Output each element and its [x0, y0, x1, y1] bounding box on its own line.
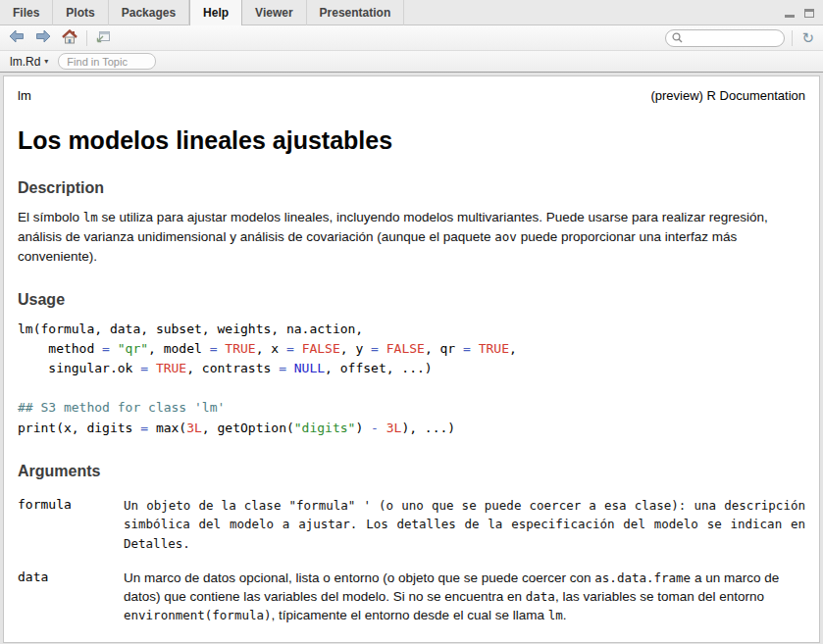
find-in-topic-input[interactable]: [58, 53, 156, 70]
arguments-table: formulaUn objeto de la clase "formula" '…: [18, 496, 805, 643]
description-paragraph: El símbolo lm se utiliza para ajustar mo…: [18, 208, 805, 267]
back-button[interactable]: [7, 27, 26, 48]
refresh-button[interactable]: ↻: [799, 28, 816, 47]
toolbar-separator: [792, 30, 793, 46]
argument-description: Un objeto de la clase "formula" ' (o uno…: [124, 496, 805, 553]
pane-tab-files[interactable]: Files: [0, 0, 53, 25]
usage-code-line: lm(formula, data, subset, weights, na.ac…: [18, 320, 805, 339]
help-search-box: [665, 29, 785, 47]
inline-code: aov: [494, 229, 517, 244]
argument-name: subset: [18, 640, 120, 643]
inline-code: "formula": [289, 498, 356, 513]
page-title: Los modelos lineales ajustables: [18, 126, 805, 155]
help-document: lm (preview) R Documentation Los modelos…: [3, 75, 820, 643]
home-button[interactable]: [60, 27, 79, 49]
argument-description: Un marco de datos opcional, lista o ento…: [124, 569, 805, 624]
pane-tabs: FilesPlotsPackagesHelpViewerPresentation: [0, 0, 404, 25]
search-icon: [672, 29, 683, 47]
toolbar-separator: [86, 30, 87, 46]
pane-tabbar: FilesPlotsPackagesHelpViewerPresentation: [0, 0, 823, 25]
doc-meta-right: (preview) R Documentation: [650, 88, 805, 103]
popout-window-icon: [96, 30, 111, 46]
help-search-input[interactable]: [687, 32, 778, 44]
pane-tab-packages[interactable]: Packages: [109, 0, 189, 25]
usage-code-block: lm(formula, data, subset, weights, na.ac…: [18, 320, 805, 438]
argument-name: formula: [18, 496, 120, 553]
refresh-icon: ↻: [801, 30, 814, 45]
help-toolbar: ↻: [0, 25, 823, 51]
inline-code: data: [526, 589, 555, 604]
usage-code-line: ## S3 method for class 'lm': [18, 398, 805, 418]
topic-dropdown-label: lm.Rd: [10, 55, 40, 69]
usage-heading: Usage: [18, 291, 805, 309]
chevron-down-icon: ▾: [44, 57, 48, 66]
usage-code-line: [18, 378, 805, 398]
rstudio-help-pane: FilesPlotsPackagesHelpViewerPresentation: [0, 0, 823, 644]
minimize-pane-icon[interactable]: [783, 7, 796, 20]
back-arrow-icon: [9, 29, 25, 46]
forward-button[interactable]: [33, 27, 53, 48]
inline-code: Detalles: [124, 536, 182, 551]
show-in-new-window-button[interactable]: [94, 28, 113, 48]
pane-tab-plots[interactable]: Plots: [53, 0, 108, 25]
inline-code: as.data.frame: [594, 570, 691, 585]
inline-code: lm: [83, 210, 98, 224]
argument-name: data: [18, 569, 120, 624]
usage-code-line: method = "qr", model = TRUE, x = FALSE, …: [18, 339, 805, 359]
pane-window-controls: [783, 0, 823, 25]
pane-tab-viewer[interactable]: Viewer: [242, 0, 306, 25]
tabbar-spacer: [404, 0, 783, 25]
usage-code-line: print(x, digits = max(3L, getOption("dig…: [18, 419, 805, 438]
usage-code-line: singular.ok = TRUE, contrasts = NULL, of…: [18, 359, 805, 378]
maximize-pane-icon[interactable]: [802, 7, 815, 20]
forward-arrow-icon: [35, 29, 51, 46]
topic-dropdown[interactable]: lm.Rd ▾: [10, 55, 48, 69]
arguments-heading: Arguments: [18, 463, 805, 480]
inline-code: environment(formula): [124, 608, 272, 622]
description-heading: Description: [18, 179, 805, 197]
help-subbar: lm.Rd ▾: [0, 51, 823, 73]
doc-header: lm (preview) R Documentation: [18, 88, 805, 103]
home-icon: [62, 29, 77, 47]
pane-tab-help[interactable]: Help: [189, 0, 242, 25]
pane-tab-presentation[interactable]: Presentation: [307, 0, 405, 25]
inline-code: lm: [548, 608, 563, 622]
argument-description: Un vector opcional que especifica un sub…: [124, 640, 805, 643]
doc-topic-name: lm: [18, 88, 31, 103]
